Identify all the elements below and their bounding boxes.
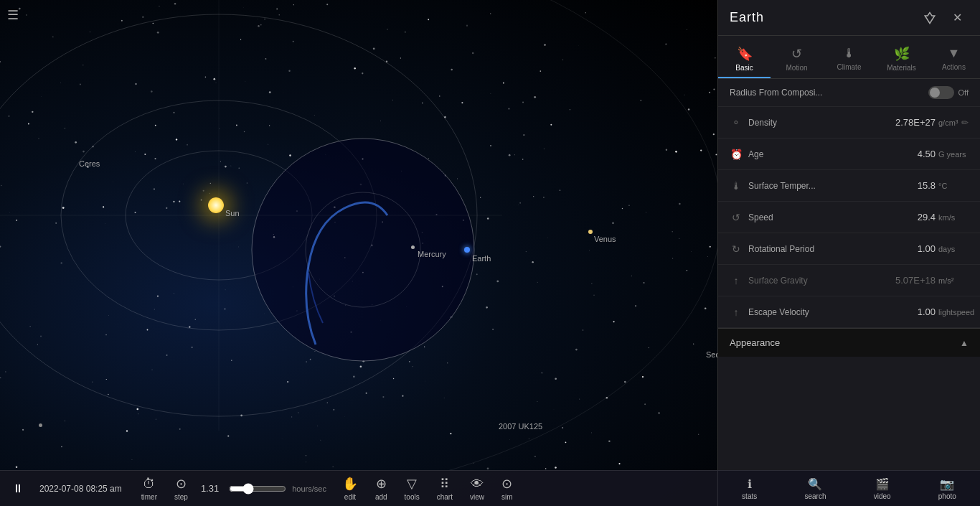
close-button[interactable]: ✕ <box>946 6 969 29</box>
surface-temp-row: 🌡 Surface Temper... 15.8 °C <box>718 170 980 202</box>
pause-button[interactable]: ⏸ <box>7 471 29 507</box>
speed-unit-display: km/s <box>938 213 969 222</box>
video-button[interactable]: 🎬 video <box>868 477 897 500</box>
age-unit: G years <box>938 150 969 159</box>
climate-icon: 🌡 <box>843 46 856 61</box>
sim-button[interactable]: ⊙ sim <box>493 471 522 507</box>
step-button[interactable]: ⊙ step <box>166 471 197 507</box>
pin-button[interactable] <box>918 6 941 29</box>
bottom-toolbar: ⏸ 2022-07-08 08:25 am ⏱ timer ⊙ step 1.3… <box>0 470 717 506</box>
right-panel: Earth ✕ 🔖 Basic ↺ Motion 🌡 Climate 🌿 Mat… <box>717 0 980 506</box>
radius-composite-row: Radius From Composi... Off <box>718 79 980 107</box>
tools-icon: ▽ <box>407 476 417 492</box>
panel-tabs: 🔖 Basic ↺ Motion 🌡 Climate 🌿 Materials ▼… <box>718 36 980 79</box>
actions-icon: ▼ <box>948 46 961 61</box>
step-icon: ⊙ <box>176 476 187 492</box>
sim-label: sim <box>501 493 513 501</box>
surface-gravity-row: ↑ Surface Gravity 5.07E+18 m/s² <box>718 265 980 296</box>
earth[interactable] <box>464 247 470 253</box>
rotational-period-row: ↻ Rotational Period 1.00 days <box>718 233 980 265</box>
density-icon: ⚬ <box>730 117 743 128</box>
sun-label: Sun <box>225 209 240 217</box>
timer-button[interactable]: ⏱ timer <box>133 471 166 507</box>
density-edit-icon[interactable]: ✏ <box>961 118 969 128</box>
appearance-section[interactable]: Appearance ▲ <box>718 328 980 357</box>
mercury[interactable] <box>411 245 415 249</box>
density-row: ⚬ Density 2.78E+27 g/cm³ ✏ <box>718 107 980 139</box>
add-label: add <box>375 493 387 501</box>
speed-slider[interactable] <box>229 483 286 495</box>
tab-basic[interactable]: 🔖 Basic <box>718 36 771 78</box>
timer-label: timer <box>141 493 157 501</box>
space-view: Sun Mercury Earth Venus Ceres Sedn... 20… <box>0 0 717 506</box>
gravity-icon: ↑ <box>730 275 743 286</box>
search-button[interactable]: 🔍 search <box>798 477 831 500</box>
panel-title: Earth <box>730 10 914 25</box>
escape-velocity-value: 1.00 <box>918 306 936 317</box>
venus-label: Venus <box>594 235 616 243</box>
tools-label: tools <box>405 493 420 501</box>
panel-content: Radius From Composi... Off ⚬ Density 2.7… <box>718 79 980 506</box>
stats-button[interactable]: ℹ stats <box>736 477 763 500</box>
basic-icon: 🔖 <box>737 46 753 62</box>
menu-button[interactable]: ☰ <box>7 7 19 23</box>
add-icon: ⊕ <box>376 476 387 492</box>
chevron-up-icon: ▲ <box>960 338 969 348</box>
motion-label: Motion <box>786 64 807 72</box>
view-label: view <box>470 493 484 501</box>
surface-gravity-unit: m/s² <box>938 276 969 285</box>
uk125-label: 2007 UK125 <box>499 422 542 431</box>
surface-gravity-label: ↑ Surface Gravity <box>730 275 895 286</box>
view-button[interactable]: 👁 view <box>461 471 493 507</box>
stats-icon: ℹ <box>748 477 752 491</box>
radius-toggle[interactable] <box>928 86 954 99</box>
escape-velocity-unit: lightspeed <box>938 308 969 317</box>
rotational-unit: days <box>938 245 969 253</box>
speed-icon: ↺ <box>730 212 743 223</box>
photo-icon: 📷 <box>940 477 954 491</box>
tab-materials[interactable]: 🌿 Materials <box>875 36 928 78</box>
small-dot <box>39 423 42 427</box>
edit-button[interactable]: ✋ edit <box>334 471 367 507</box>
tab-climate[interactable]: 🌡 Climate <box>823 36 875 78</box>
age-icon: ⏰ <box>730 149 743 160</box>
speed-label: ↺ Speed <box>730 212 918 223</box>
sun[interactable] <box>208 197 224 213</box>
surface-temp-unit: °C <box>938 182 969 190</box>
tab-actions[interactable]: ▼ Actions <box>928 36 980 78</box>
climate-label: Climate <box>837 63 862 71</box>
rotational-label: ↻ Rotational Period <box>730 243 918 255</box>
speed-value: 1.31 <box>201 483 219 494</box>
search-icon: 🔍 <box>808 477 822 491</box>
chart-label: chart <box>437 493 453 501</box>
edit-icon: ✋ <box>342 476 358 492</box>
density-value: 2.78E+27 <box>895 117 936 128</box>
add-button[interactable]: ⊕ add <box>367 471 396 507</box>
escape-icon: ↑ <box>730 306 743 318</box>
video-icon: 🎬 <box>875 477 890 491</box>
motion-icon: ↺ <box>791 46 802 62</box>
surface-gravity-value: 5.07E+18 <box>895 275 936 286</box>
rotational-value: 1.00 <box>918 243 936 254</box>
surface-temp-label: 🌡 Surface Temper... <box>730 180 918 192</box>
tools-button[interactable]: ▽ tools <box>396 471 428 507</box>
speed-row: ↺ Speed 29.4 km/s <box>718 202 980 233</box>
search-label: search <box>804 492 826 500</box>
ceres-label: Ceres <box>79 159 100 168</box>
venus[interactable] <box>588 230 593 234</box>
basic-label: Basic <box>735 64 753 72</box>
temp-icon: 🌡 <box>730 180 743 192</box>
chart-button[interactable]: ⠿ chart <box>428 471 461 507</box>
sim-icon: ⊙ <box>501 476 512 492</box>
age-row: ⏰ Age 4.50 G years <box>718 139 980 170</box>
speed-unit: hours/sec <box>292 484 326 493</box>
actions-label: Actions <box>942 63 966 71</box>
chart-icon: ⠿ <box>440 476 449 492</box>
materials-icon: 🌿 <box>894 46 910 62</box>
tab-motion[interactable]: ↺ Motion <box>771 36 823 78</box>
photo-label: photo <box>938 492 956 500</box>
video-label: video <box>874 492 891 500</box>
radius-label: Radius From Composi... <box>730 88 928 98</box>
earth-label: Earth <box>472 254 491 263</box>
photo-button[interactable]: 📷 photo <box>933 477 962 500</box>
